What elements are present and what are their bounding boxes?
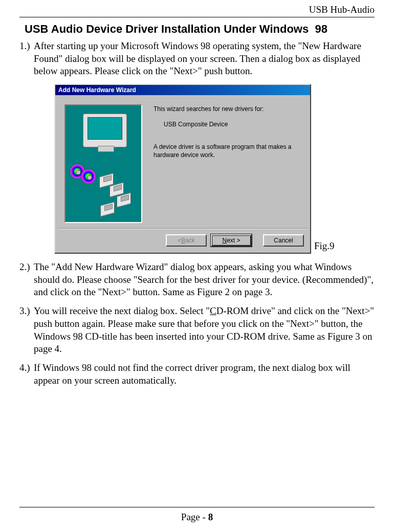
header-rule bbox=[19, 17, 375, 17]
step-3-text: You will receive the next dialog box. Se… bbox=[34, 305, 375, 356]
wizard-dialog: Add New Hardware Wizard This wizard sear… bbox=[54, 84, 311, 254]
step-2-text: The "Add New Hardware Wizard" dialog box… bbox=[34, 261, 375, 299]
footer-rule bbox=[19, 507, 375, 507]
wizard-body: This wizard searches for new drivers for… bbox=[55, 95, 310, 228]
cancel-button[interactable]: Cancel bbox=[263, 234, 304, 247]
step-3: 3.) You will receive the next dialog box… bbox=[19, 305, 375, 356]
step-1-text: After starting up your Microsoft Windows… bbox=[34, 40, 375, 78]
figure-9: Add New Hardware Wizard This wizard sear… bbox=[54, 84, 375, 254]
back-button[interactable]: < Back bbox=[166, 234, 207, 247]
wizard-line2: A device driver is a software program th… bbox=[154, 143, 301, 159]
wizard-text: This wizard searches for new drivers for… bbox=[142, 104, 301, 223]
wizard-device: USB Composite Device bbox=[164, 121, 301, 128]
header-label: USB Hub-Audio bbox=[19, 4, 375, 15]
wizard-titlebar: Add New Hardware Wizard bbox=[55, 85, 310, 95]
cd-icon bbox=[81, 169, 96, 184]
step-4: 4.) If Windows 98 could not find the cor… bbox=[19, 362, 375, 387]
next-button[interactable]: Next > bbox=[211, 234, 252, 247]
monitor-icon bbox=[83, 114, 127, 147]
wizard-graphic bbox=[64, 104, 142, 223]
figure-label: Fig.9 bbox=[314, 240, 335, 254]
step-1: 1.) After starting up your Microsoft Win… bbox=[19, 40, 375, 78]
step-2: 2.) The "Add New Hardware Wizard" dialog… bbox=[19, 261, 375, 299]
step-3-number: 3.) bbox=[19, 305, 34, 356]
step-4-text: If Windows 98 could not find the correct… bbox=[34, 362, 375, 387]
floppy-icon bbox=[100, 202, 115, 217]
wizard-buttons: < Back Next > Cancel bbox=[55, 229, 310, 253]
page-title: USB Audio Device Driver Installation Und… bbox=[25, 23, 375, 36]
page-footer: Page - 8 bbox=[0, 512, 394, 523]
step-2-number: 2.) bbox=[19, 261, 34, 299]
step-1-number: 1.) bbox=[19, 40, 34, 78]
wizard-line1: This wizard searches for new drivers for… bbox=[154, 105, 301, 113]
step-4-number: 4.) bbox=[19, 362, 34, 387]
